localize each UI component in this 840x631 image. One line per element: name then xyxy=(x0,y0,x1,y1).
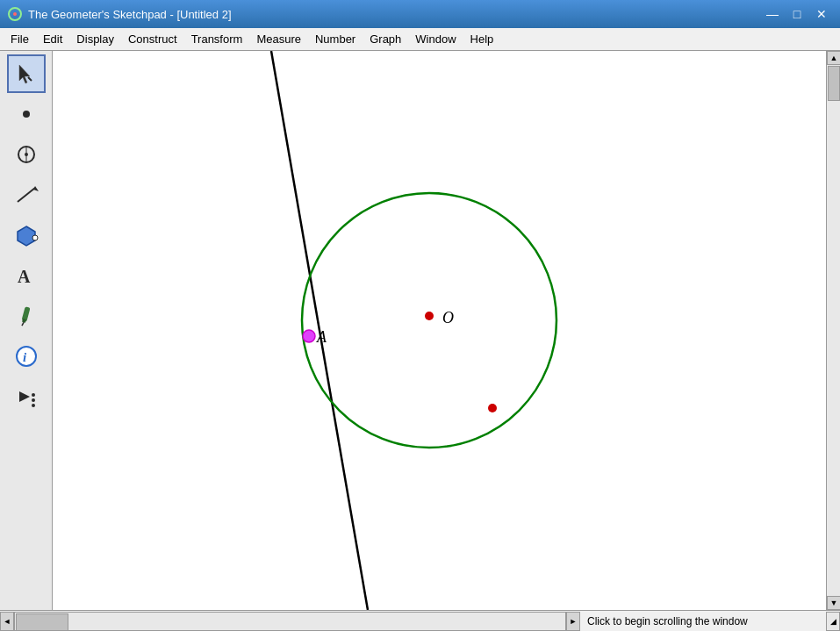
svg-point-11 xyxy=(32,235,38,240)
info-tool-button[interactable]: i xyxy=(7,337,46,376)
sketch-canvas: O A xyxy=(53,51,826,610)
svg-line-15 xyxy=(21,322,23,326)
scroll-thumb-horizontal[interactable] xyxy=(16,613,68,631)
svg-point-20 xyxy=(32,398,35,402)
svg-text:O: O xyxy=(442,309,454,326)
line-tool-button[interactable] xyxy=(7,176,46,214)
window-title: The Geometer's Sketchpad - [Untitled 2] xyxy=(28,8,232,21)
main-container: A i xyxy=(0,51,840,610)
polygon-tool-button[interactable] xyxy=(7,216,46,255)
bottom-bar: ◄ ► Click to begin scrolling the window … xyxy=(0,610,840,631)
svg-marker-10 xyxy=(18,226,35,246)
marker-icon xyxy=(14,304,39,328)
menu-help[interactable]: Help xyxy=(463,30,501,49)
menu-transform[interactable]: Transform xyxy=(184,30,250,49)
svg-line-8 xyxy=(18,188,35,202)
scroll-track-horizontal[interactable] xyxy=(14,612,566,631)
svg-point-7 xyxy=(25,153,28,156)
selection-icon xyxy=(14,61,39,86)
scroll-right-button[interactable]: ► xyxy=(566,612,580,631)
maximize-button[interactable]: □ xyxy=(786,4,808,24)
menu-display[interactable]: Display xyxy=(69,30,121,49)
status-text: Click to begin scrolling the window xyxy=(587,615,748,627)
scroll-down-button[interactable]: ▼ xyxy=(827,596,840,610)
menu-file[interactable]: File xyxy=(4,30,36,49)
point-o-dot xyxy=(425,312,434,320)
menu-window[interactable]: Window xyxy=(408,30,463,49)
minimize-button[interactable]: — xyxy=(761,4,784,24)
menu-construct[interactable]: Construct xyxy=(121,30,184,49)
svg-point-19 xyxy=(32,393,35,397)
marker-tool-button[interactable] xyxy=(7,297,46,335)
svg-point-21 xyxy=(32,404,35,407)
svg-marker-9 xyxy=(33,186,39,191)
point-tool-button[interactable] xyxy=(7,95,46,133)
compass-icon xyxy=(14,142,39,167)
close-button[interactable]: ✕ xyxy=(810,4,833,24)
svg-point-4 xyxy=(23,111,30,118)
svg-text:A: A xyxy=(18,267,31,286)
menu-graph[interactable]: Graph xyxy=(363,30,408,49)
point-a-dot xyxy=(303,330,315,342)
info-icon: i xyxy=(14,344,39,369)
svg-marker-18 xyxy=(19,391,30,402)
title-controls: — □ ✕ xyxy=(761,4,833,24)
svg-marker-2 xyxy=(19,65,30,83)
menu-edit[interactable]: Edit xyxy=(36,30,69,49)
scroll-up-button[interactable]: ▲ xyxy=(827,51,840,65)
menu-bar: File Edit Display Construct Transform Me… xyxy=(0,28,840,51)
polygon-icon xyxy=(14,223,39,247)
vertical-scrollbar: ▲ ▼ xyxy=(826,51,840,610)
svg-point-1 xyxy=(13,12,17,16)
scroll-left-button[interactable]: ◄ xyxy=(0,612,14,631)
scroll-track-vertical[interactable] xyxy=(827,65,840,596)
point-icon xyxy=(14,102,39,126)
canvas-area[interactable]: O A xyxy=(53,51,826,610)
svg-text:A: A xyxy=(316,328,327,346)
animation-tool-button[interactable] xyxy=(7,377,46,416)
text-tool-button[interactable]: A xyxy=(7,256,46,295)
status-bar: Click to begin scrolling the window xyxy=(580,615,826,627)
selection-tool-button[interactable] xyxy=(7,54,46,93)
compass-tool-button[interactable] xyxy=(7,135,46,174)
menu-number[interactable]: Number xyxy=(308,30,363,49)
app-icon xyxy=(7,6,23,22)
title-left: The Geometer's Sketchpad - [Untitled 2] xyxy=(7,6,232,22)
title-bar: The Geometer's Sketchpad - [Untitled 2] … xyxy=(0,0,840,28)
svg-marker-3 xyxy=(28,77,32,81)
line-icon xyxy=(14,183,39,207)
point-rim-dot xyxy=(488,404,497,412)
animation-icon xyxy=(14,384,39,409)
text-icon: A xyxy=(14,263,39,288)
resize-grip[interactable]: ◢ xyxy=(826,612,840,631)
menu-measure[interactable]: Measure xyxy=(249,30,308,49)
toolbar: A i xyxy=(0,51,53,610)
scroll-thumb-vertical[interactable] xyxy=(828,66,840,101)
